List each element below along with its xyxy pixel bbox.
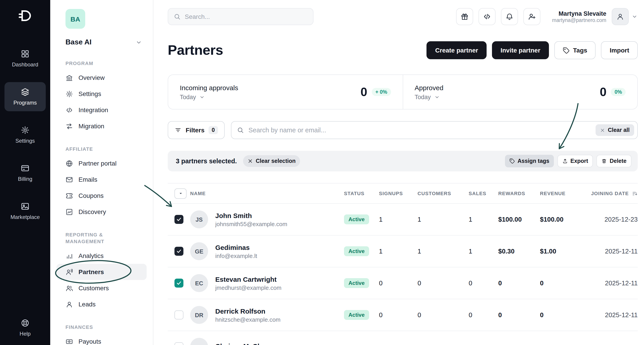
partner-search-input[interactable]	[248, 127, 632, 134]
global-search[interactable]	[168, 8, 314, 25]
column-header-joining-date[interactable]: JOINING DATE	[588, 190, 638, 196]
status-badge: Active	[344, 214, 369, 224]
row-checkbox[interactable]	[174, 247, 184, 256]
row-checkbox[interactable]	[174, 310, 184, 319]
rail-item-dashboard[interactable]: Dashboard	[4, 44, 46, 73]
rewards-cell: 0	[498, 279, 540, 287]
tag-icon	[510, 158, 515, 164]
layers-icon	[21, 88, 30, 97]
export-button[interactable]: Export	[558, 155, 593, 167]
sidebar-section-reporting-management: REPORTING & MANAGEMENTAnalyticsPartnersC…	[56, 231, 147, 312]
rail-item-help[interactable]: Help	[4, 313, 46, 342]
row-checkbox[interactable]	[174, 215, 184, 224]
chevron-down-icon[interactable]	[632, 14, 638, 20]
column-header-revenue[interactable]: REVENUE	[540, 191, 588, 196]
chip-label: Assign tags	[518, 158, 549, 164]
sidebar-item-discovery[interactable]: Discovery	[56, 204, 147, 220]
stat-period-dropdown[interactable]: Today	[414, 94, 443, 100]
check-icon	[176, 280, 182, 286]
sidebar-item-partners[interactable]: Partners	[56, 264, 147, 280]
export-icon	[562, 158, 568, 164]
clear-selection-button[interactable]: Clear selection	[243, 155, 300, 167]
partner-cell[interactable]: Clarissa McClure	[190, 338, 344, 345]
row-checkbox[interactable]	[174, 342, 184, 345]
program-name: Base AI	[66, 38, 92, 46]
sidebar-item-partner-portal[interactable]: Partner portal	[56, 155, 147, 171]
topbar-actions	[456, 8, 540, 25]
clear-all-button[interactable]: Clear all	[596, 124, 634, 136]
column-header-rewards[interactable]: REWARDS	[498, 191, 540, 196]
column-header-name[interactable]: NAME	[190, 191, 344, 196]
sidebar-item-label: Leads	[78, 300, 96, 308]
sales-cell: 0	[469, 311, 498, 318]
column-header-signups[interactable]: SIGNUPS	[379, 191, 418, 196]
sidebar-item-label: Partners	[78, 268, 104, 275]
avatar: GE	[190, 242, 208, 260]
rail-item-billing[interactable]: Billing	[4, 158, 46, 188]
column-header-label: REWARDS	[498, 191, 525, 196]
partner-name: Estevan Cartwright	[215, 275, 282, 283]
partner-cell[interactable]: ECEstevan Cartwrightjmedhurst@example.co…	[190, 274, 344, 292]
sidebar-item-emails[interactable]: Emails	[56, 171, 147, 188]
sidebar-item-leads[interactable]: Leads	[56, 296, 147, 312]
status-badge: Active	[344, 278, 369, 288]
sidebar-item-coupons[interactable]: Coupons	[56, 188, 147, 204]
column-header-status[interactable]: STATUS	[344, 191, 379, 196]
stat-period-label: Today	[180, 94, 196, 100]
column-header-label: SALES	[469, 191, 486, 196]
select-all-cell	[168, 188, 190, 199]
select-all-dropdown[interactable]	[174, 188, 186, 199]
global-search-input[interactable]	[185, 13, 308, 20]
rail-item-label: Dashboard	[12, 62, 38, 68]
revenue-cell: $1.00	[540, 248, 588, 255]
topbar-alerts-button[interactable]	[501, 8, 518, 25]
tag-icon	[563, 47, 570, 54]
status-badge: Active	[344, 246, 369, 256]
tags-button[interactable]: Tags	[554, 41, 596, 59]
sales-cell: 0	[469, 279, 498, 287]
signups-cell: 1	[379, 216, 418, 223]
card-icon	[21, 164, 30, 173]
topbar-invite-button[interactable]	[523, 8, 540, 25]
table-row: JSJohn Smithjohnsmith55@example.comActiv…	[168, 204, 638, 235]
sidebar-section-title: AFFILIATE	[66, 146, 137, 153]
topbar-gifts-button[interactable]	[456, 8, 473, 25]
column-header-customers[interactable]: CUSTOMERS	[418, 191, 469, 196]
sidebar-item-integration[interactable]: Integration	[56, 102, 147, 118]
sidebar-item-settings[interactable]: Settings	[56, 86, 147, 102]
filters-button[interactable]: Filters 0	[168, 121, 225, 139]
import-button[interactable]: Import	[601, 41, 638, 59]
sidebar-item-analytics[interactable]: Analytics	[56, 248, 147, 264]
topbar-developers-button[interactable]	[478, 8, 496, 25]
rail-item-settings[interactable]: Settings	[4, 120, 46, 149]
user-avatar-button[interactable]	[612, 8, 629, 25]
partner-cell[interactable]: GEGediminasinfo@example.lt	[190, 242, 344, 260]
search-icon	[237, 127, 244, 134]
sales-cell: 1	[469, 216, 498, 223]
sidebar-item-migration[interactable]: Migration	[56, 118, 147, 134]
assign-tags-button[interactable]: Assign tags	[505, 155, 554, 167]
code-icon	[66, 106, 73, 114]
partner-identity: John Smithjohnsmith55@example.com	[215, 212, 287, 227]
stat-period-dropdown[interactable]: Today	[180, 94, 238, 100]
rail-item-programs[interactable]: Programs	[4, 82, 46, 111]
partner-cell[interactable]: JSJohn Smithjohnsmith55@example.com	[190, 210, 344, 228]
sidebar-item-customers[interactable]: Customers	[56, 280, 147, 296]
partner-cell[interactable]: DRDerrick Rolfsonhnitzsche@example.com	[190, 306, 344, 324]
invite-partner-button[interactable]: Invite partner	[492, 41, 549, 59]
partner-identity: Gediminasinfo@example.lt	[215, 243, 257, 259]
program-switcher[interactable]: Base AI	[56, 36, 147, 49]
partner-search[interactable]: Clear all	[231, 121, 638, 139]
rail-item-marketplace[interactable]: Marketplace	[4, 196, 46, 226]
sidebar-item-payouts[interactable]: Payouts	[56, 333, 147, 345]
table-row: GEGediminasinfo@example.ltActive111$0.30…	[168, 235, 638, 267]
delete-button[interactable]: Delete	[597, 155, 632, 167]
column-header-sales[interactable]: SALES	[469, 191, 498, 196]
sidebar-item-overview[interactable]: Overview	[56, 70, 147, 86]
signups-cell: 1	[379, 248, 418, 255]
row-checkbox[interactable]	[174, 279, 184, 287]
sidebar-section-program: PROGRAMOverviewSettingsIntegrationMigrat…	[56, 60, 147, 134]
program-badge[interactable]: BA	[66, 9, 85, 29]
avatar: JS	[190, 210, 208, 228]
create-partner-button[interactable]: Create partner	[427, 41, 486, 59]
